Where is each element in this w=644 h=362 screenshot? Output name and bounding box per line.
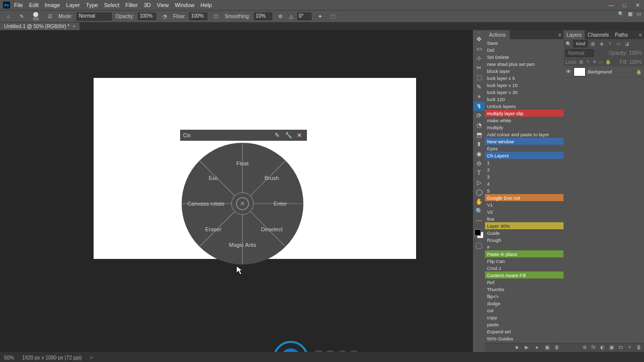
tool-hand[interactable]: ✋ bbox=[473, 197, 485, 206]
zoom-level[interactable]: 50% bbox=[4, 355, 14, 360]
tool-eyedrop[interactable]: ✎ bbox=[473, 82, 485, 92]
pie-center-close[interactable]: ✕ bbox=[236, 197, 249, 210]
actions-stop-icon[interactable]: ■ bbox=[513, 344, 520, 351]
brush-preview[interactable]: 233 bbox=[30, 11, 41, 22]
layer-row-background[interactable]: 👁 Background 🔒 bbox=[564, 66, 644, 77]
filter-shape-icon[interactable]: ▭ bbox=[615, 41, 622, 47]
layer-opacity-value[interactable]: 100% bbox=[629, 50, 642, 56]
layer-group-icon[interactable]: 🗀 bbox=[617, 344, 624, 351]
menu-select[interactable]: Select bbox=[104, 2, 120, 8]
menu-edit[interactable]: Edit bbox=[29, 2, 39, 8]
color-swatch[interactable] bbox=[474, 229, 484, 239]
quickmask-icon[interactable] bbox=[474, 241, 484, 250]
action-item[interactable]: flip<> bbox=[485, 293, 564, 300]
workspace-icon[interactable]: ▦ bbox=[628, 11, 632, 17]
tool-gradient[interactable]: ⬍ bbox=[473, 140, 485, 149]
actions-play-icon[interactable]: ▶ bbox=[523, 344, 530, 351]
toolbox-grip-icon[interactable] bbox=[476, 31, 482, 33]
action-item[interactable]: V1 bbox=[485, 201, 564, 208]
share-icon[interactable]: ▭ bbox=[636, 11, 641, 17]
action-item[interactable]: Sel Delete bbox=[485, 53, 564, 60]
filter-adjust-icon[interactable]: ◉ bbox=[598, 41, 605, 47]
lock-all-icon[interactable]: 🔒 bbox=[605, 59, 610, 64]
opacity-input[interactable]: 100% bbox=[138, 13, 156, 20]
filter-pixel-icon[interactable]: ▦ bbox=[590, 41, 596, 47]
layer-search-icon[interactable]: 🔍 bbox=[566, 41, 572, 47]
tool-eraser[interactable]: ⬒ bbox=[473, 130, 485, 139]
filter-smart-icon[interactable]: ◪ bbox=[624, 41, 630, 47]
menu-3d[interactable]: 3D bbox=[144, 2, 151, 8]
window-maximize[interactable]: □ bbox=[618, 0, 631, 10]
search-icon[interactable]: 🔍 bbox=[618, 11, 624, 17]
action-item[interactable]: Ref bbox=[485, 279, 564, 286]
pie-pin-icon[interactable]: ✎ bbox=[273, 131, 282, 140]
layer-name[interactable]: Background bbox=[588, 69, 634, 74]
actions-trash-icon[interactable]: 🗑 bbox=[553, 344, 560, 351]
action-item[interactable]: Ch Layers bbox=[485, 152, 564, 159]
paths-tab[interactable]: Paths bbox=[612, 30, 631, 39]
tool-heal[interactable]: ⌖ bbox=[473, 92, 485, 101]
tool-crop[interactable]: ⬚ bbox=[473, 73, 485, 82]
lock-pos-icon[interactable]: ✥ bbox=[592, 59, 597, 64]
layer-mask-icon[interactable]: ◐ bbox=[599, 344, 606, 351]
layer-fill-value[interactable]: 100% bbox=[629, 59, 642, 65]
menu-file[interactable]: File bbox=[14, 2, 23, 8]
action-item[interactable]: 50% Guides bbox=[485, 335, 564, 342]
smoothing-input[interactable]: 10% bbox=[254, 13, 272, 20]
layer-blend-select[interactable]: Normal bbox=[566, 49, 594, 57]
layer-trash-icon[interactable]: 🗑 bbox=[635, 344, 642, 351]
layer-kind-select[interactable]: Kind bbox=[574, 40, 588, 47]
tool-path[interactable]: ▷ bbox=[473, 178, 485, 187]
action-item[interactable]: line bbox=[485, 215, 564, 222]
action-item[interactable]: Layer 40% bbox=[485, 222, 564, 229]
action-item[interactable]: lock layer x 30 bbox=[485, 88, 564, 96]
tool-dodge[interactable]: ◉ bbox=[473, 149, 485, 158]
action-item[interactable]: Cmd J bbox=[485, 264, 564, 272]
tool-stamp[interactable]: ⟳ bbox=[473, 111, 485, 120]
action-item[interactable]: multiply layer clip bbox=[485, 110, 564, 117]
action-item[interactable]: make white bbox=[485, 117, 564, 124]
pressure-size-icon[interactable]: ✦ bbox=[315, 12, 325, 21]
menu-view[interactable]: View bbox=[157, 2, 169, 8]
tool-preset-icon[interactable]: ✎ bbox=[17, 12, 26, 21]
layers-tab[interactable]: Layers bbox=[564, 30, 585, 39]
lock-art-icon[interactable]: ▭ bbox=[599, 59, 604, 64]
tool-history[interactable]: ◔ bbox=[473, 121, 485, 130]
layer-lock-icon[interactable]: 🔒 bbox=[636, 69, 642, 74]
tab-close-icon[interactable]: × bbox=[72, 24, 75, 29]
action-item[interactable]: Paste in place bbox=[485, 250, 564, 257]
window-minimize[interactable]: — bbox=[605, 0, 618, 10]
actions-record-icon[interactable]: ● bbox=[533, 344, 540, 351]
menu-image[interactable]: Image bbox=[45, 2, 60, 8]
tool-type[interactable]: T bbox=[473, 168, 485, 177]
action-item[interactable]: 2 bbox=[485, 166, 564, 173]
lock-paint-icon[interactable]: ✎ bbox=[586, 59, 591, 64]
action-item[interactable]: Flip Can bbox=[485, 257, 564, 264]
tool-marquee[interactable]: ▭ bbox=[473, 44, 485, 53]
foreground-color[interactable] bbox=[474, 229, 481, 236]
action-item[interactable]: lock 120 bbox=[485, 96, 564, 103]
action-item[interactable]: copy bbox=[485, 314, 564, 321]
tool-zoom[interactable]: 🔍 bbox=[473, 207, 485, 216]
channels-tab[interactable]: Channels bbox=[585, 30, 612, 39]
action-item[interactable]: 4 bbox=[485, 180, 564, 187]
tool-wand[interactable]: ✂ bbox=[473, 63, 485, 72]
blend-mode-select[interactable]: Normal bbox=[76, 13, 112, 21]
action-item[interactable]: New window bbox=[485, 138, 564, 145]
action-item[interactable]: Rough bbox=[485, 236, 564, 243]
pressure-opacity-icon[interactable]: ◔ bbox=[160, 12, 169, 21]
action-item[interactable]: Save bbox=[485, 39, 564, 46]
airbrush-icon[interactable]: ⬡ bbox=[211, 12, 220, 21]
flow-input[interactable]: 100% bbox=[189, 13, 207, 20]
layer-visibility-icon[interactable]: 👁 bbox=[566, 69, 572, 74]
actions-list[interactable]: SaveDelSel Deletenew shad plus set penbl… bbox=[485, 39, 564, 343]
action-item[interactable]: multiply bbox=[485, 124, 564, 131]
action-item[interactable]: block layer bbox=[485, 67, 564, 74]
tool-pen[interactable]: ⊖ bbox=[473, 159, 485, 168]
angle-input[interactable]: 0° bbox=[297, 13, 311, 20]
layer-adjust-icon[interactable]: ▣ bbox=[608, 344, 615, 351]
actions-menu-icon[interactable]: ≡ bbox=[556, 32, 564, 38]
actions-tab[interactable]: Actions bbox=[485, 30, 510, 39]
action-item[interactable]: dodge bbox=[485, 300, 564, 307]
smoothing-options-icon[interactable]: ⚙ bbox=[276, 12, 285, 21]
